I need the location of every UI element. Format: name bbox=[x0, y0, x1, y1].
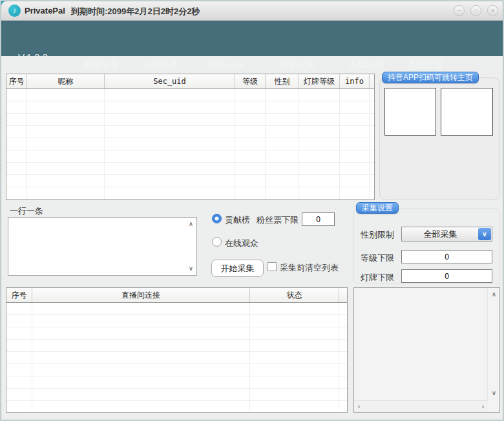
qr-panel-label: 抖音APP扫码可跳转主页 bbox=[382, 72, 479, 83]
body-col bbox=[105, 89, 235, 200]
col-header-sec-uid[interactable]: Sec_uid bbox=[105, 74, 235, 88]
fan-ticket-label: 粉丝票下限 bbox=[257, 214, 299, 226]
nav-item-announcement[interactable]: 软件公告 bbox=[208, 59, 244, 71]
clear-before-collect-checkbox[interactable] bbox=[268, 262, 277, 271]
maximize-icon[interactable]: □ bbox=[470, 5, 481, 16]
scroll-left-icon[interactable]: ‹ bbox=[358, 404, 360, 410]
collection-settings-label: 采集设置 bbox=[356, 202, 399, 214]
expiry-time-label: 到期时间:2099年2月2日2时2分2秒 bbox=[71, 6, 200, 17]
body-col bbox=[299, 89, 340, 200]
col-header-room-index[interactable]: 序号 bbox=[6, 288, 32, 302]
nav-item-watermark-removal[interactable]: 去除水印 bbox=[348, 59, 384, 71]
user-table: 序号 昵称 Sec_uid 等级 性别 灯牌等级 info bbox=[6, 74, 375, 200]
header-filler bbox=[370, 74, 374, 88]
col-header-info[interactable]: info bbox=[340, 74, 370, 88]
minimize-icon[interactable]: ─ bbox=[454, 5, 465, 16]
gender-limit-label: 性别限制 bbox=[361, 229, 394, 241]
nav-item-history[interactable]: 历史大哥 bbox=[279, 59, 315, 71]
app-title: PrivatePal bbox=[25, 6, 65, 15]
nav-bar: V.1.0.3 数据采集 自动私信 软件公告 历史大哥 去除水印 基础设置 bbox=[1, 21, 503, 56]
radio-contribution-label: 贡献榜 bbox=[225, 214, 250, 226]
col-header-room-link[interactable]: 直播间连接 bbox=[32, 288, 250, 302]
nav-item-data-collection[interactable]: 数据采集 bbox=[84, 59, 120, 71]
scroll-up-icon[interactable]: ∧ bbox=[189, 221, 193, 227]
badge-limit-label: 灯牌下限 bbox=[361, 272, 394, 283]
col-header-index[interactable]: 序号 bbox=[6, 74, 27, 88]
radio-contribution-list[interactable] bbox=[212, 214, 222, 223]
nav-item-basic-settings[interactable]: 基础设置 bbox=[407, 59, 443, 71]
body-col bbox=[340, 89, 370, 200]
close-icon[interactable]: ✕ bbox=[487, 5, 498, 16]
fan-ticket-input[interactable] bbox=[302, 212, 335, 226]
version-label: V.1.0.3 bbox=[18, 52, 48, 63]
level-limit-input[interactable] bbox=[401, 250, 492, 263]
col-header-gender[interactable]: 性别 bbox=[266, 74, 299, 88]
room-table: 序号 直播间连接 状态 bbox=[6, 287, 348, 413]
clear-before-collect-label: 采集前清空列表 bbox=[280, 262, 339, 274]
app-window: ♪ PrivatePal 到期时间:2099年2月2日2时2分2秒 ─ □ ✕ … bbox=[1, 1, 503, 420]
col-header-room-status[interactable]: 状态 bbox=[250, 288, 339, 302]
gender-limit-value: 全部采集 bbox=[402, 227, 479, 241]
chevron-down-icon[interactable]: ∨ bbox=[478, 228, 491, 240]
app-logo-icon: ♪ bbox=[8, 5, 21, 17]
col-header-level[interactable]: 等级 bbox=[235, 74, 266, 88]
user-table-body bbox=[6, 89, 374, 200]
log-listbox[interactable]: ∧ ∨ ‹ › bbox=[353, 287, 500, 413]
level-limit-label: 等级下限 bbox=[361, 252, 394, 264]
user-table-header: 序号 昵称 Sec_uid 等级 性别 灯牌等级 info bbox=[6, 74, 374, 89]
body-col bbox=[32, 303, 250, 412]
body-col bbox=[266, 89, 299, 200]
body-col bbox=[235, 89, 266, 200]
body-col bbox=[27, 89, 105, 200]
body-col bbox=[250, 303, 339, 412]
col-header-badge-level[interactable]: 灯牌等级 bbox=[299, 74, 340, 88]
scroll-up-icon[interactable]: ∧ bbox=[492, 291, 496, 298]
qr-code-placeholder-1 bbox=[384, 88, 436, 136]
nav-item-auto-dm[interactable]: 自动私信 bbox=[142, 59, 178, 71]
window-controls: ─ □ ✕ bbox=[454, 5, 498, 16]
badge-limit-input[interactable] bbox=[401, 269, 492, 283]
room-table-header: 序号 直播间连接 状态 bbox=[6, 288, 347, 303]
line-hint-label: 一行一条 bbox=[10, 205, 43, 217]
scroll-down-icon[interactable]: ∨ bbox=[189, 265, 193, 272]
title-bar: ♪ PrivatePal 到期时间:2099年2月2日2时2分2秒 ─ □ ✕ bbox=[1, 1, 503, 21]
vertical-scrollbar[interactable]: ∧ ∨ bbox=[487, 288, 499, 412]
scroll-down-icon[interactable]: ∨ bbox=[492, 390, 496, 396]
room-table-body bbox=[6, 303, 347, 412]
horizontal-scrollbar[interactable]: ‹ › bbox=[354, 400, 488, 412]
header-filler bbox=[339, 288, 347, 302]
col-header-nickname[interactable]: 昵称 bbox=[27, 74, 105, 88]
room-links-textarea[interactable] bbox=[8, 218, 184, 274]
body-col bbox=[6, 303, 32, 412]
radio-online-label: 在线观众 bbox=[225, 238, 258, 249]
body-col bbox=[6, 89, 27, 200]
radio-online-viewers[interactable] bbox=[212, 237, 222, 247]
start-collection-button[interactable]: 开始采集 bbox=[211, 260, 264, 277]
qr-code-placeholder-2 bbox=[441, 88, 493, 136]
scroll-right-icon[interactable]: › bbox=[482, 404, 484, 410]
gender-limit-select[interactable]: 全部采集 ∨ bbox=[401, 227, 492, 241]
room-links-textarea-frame: ∧ ∨ bbox=[8, 217, 197, 276]
